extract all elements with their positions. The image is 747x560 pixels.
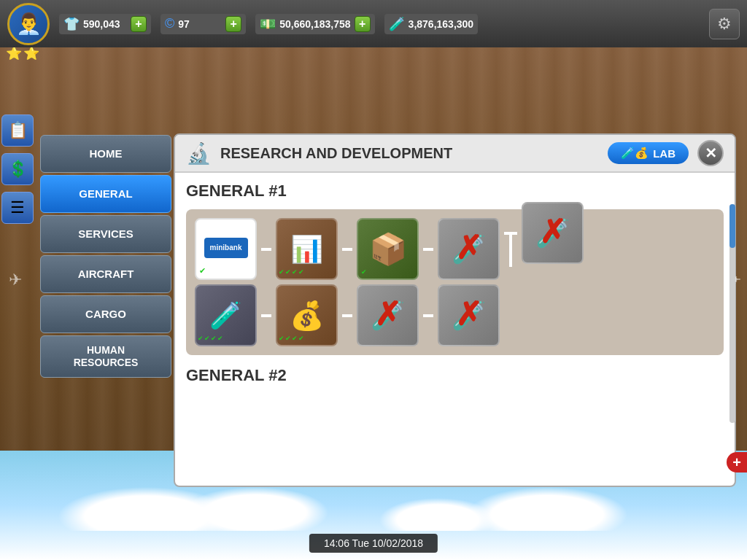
- currency-group-tshirt: 👕 590,043 +: [59, 14, 151, 34]
- connector-5: [342, 314, 352, 317]
- connector-3: [423, 248, 433, 251]
- nav-general-button[interactable]: GENERAL: [40, 175, 171, 213]
- settings-button[interactable]: ⚙: [709, 9, 740, 39]
- add-currency1-button[interactable]: +: [131, 16, 147, 32]
- top-bar: 👨‍💼 👕 590,043 + © 97 + 💵 50,660,183,758 …: [0, 0, 747, 47]
- scroll-indicator[interactable]: [729, 204, 735, 423]
- left-sidebar-icons: 📋 💲 ☰: [0, 113, 38, 225]
- scroll-thumb: [729, 204, 735, 248]
- lock-x-icon-final: ✗: [539, 215, 566, 247]
- tshirt-icon: 👕: [63, 16, 80, 32]
- currency-group-flask: 🧪 3,876,163,300: [384, 14, 479, 34]
- currency-group-coin: © 97 +: [160, 14, 246, 34]
- branch-connector: [504, 232, 517, 267]
- nav-cargo-button[interactable]: CARGO: [40, 295, 171, 333]
- nav-services-button[interactable]: SERVICES: [40, 215, 171, 253]
- nav-home-button[interactable]: HOME: [40, 135, 171, 173]
- research-grid-1: minibank ✔ 📊 ✔ ✔ ✔ ✔: [186, 209, 724, 355]
- lab-flask-icon: 🧪💰: [621, 147, 649, 160]
- nav-aircraft-button[interactable]: AIRCRAFT: [40, 255, 171, 293]
- section1-title: GENERAL #1: [186, 182, 724, 201]
- dollar-button[interactable]: 💲: [1, 153, 34, 185]
- research-item-flask-locked3[interactable]: 🧪 ✗: [438, 284, 500, 346]
- research-item-minibank[interactable]: minibank ✔: [195, 218, 257, 280]
- status-bar: 14:06 Tue 10/02/2018: [309, 534, 438, 553]
- connector-6: [423, 314, 433, 317]
- coin-icon: ©: [165, 16, 174, 31]
- lock-x-icon-3: ✗: [455, 298, 482, 330]
- lock-x-icon-1: ✗: [455, 231, 482, 263]
- avatar[interactable]: 👨‍💼: [7, 3, 50, 45]
- research-item-dollar-chart[interactable]: 💰 ✔ ✔ ✔ ✔: [276, 284, 338, 346]
- add-currency3-button[interactable]: +: [355, 16, 371, 32]
- currency2-value: 97: [178, 18, 222, 30]
- minibank-label: minibank: [210, 244, 242, 252]
- nav-panel: HOME GENERAL SERVICES AIRCRAFT CARGO HUM…: [40, 135, 171, 378]
- status-time: 14:06 Tue 10/02/2018: [324, 537, 423, 549]
- plane-left-icon: ✈: [9, 271, 22, 289]
- lab-button[interactable]: 🧪💰 LAB: [608, 142, 689, 164]
- microscope-icon: 🔬: [186, 141, 212, 166]
- connector-2: [342, 248, 352, 251]
- clipboard-icon: 📋: [8, 121, 28, 140]
- panel-title: RESEARCH AND DEVELOPMENT: [220, 145, 599, 162]
- research-item-flask-locked1[interactable]: 🧪 ✗: [438, 218, 500, 280]
- research-item-flask-final[interactable]: 🧪 ✗: [522, 202, 584, 264]
- add-currency2-button[interactable]: +: [225, 16, 241, 32]
- blue-flasks-icon: 🧪: [209, 300, 242, 331]
- research-item-chart[interactable]: 📊 ✔ ✔ ✔ ✔: [276, 218, 338, 280]
- main-panel: 🔬 RESEARCH AND DEVELOPMENT 🧪💰 LAB ✕ GENE…: [174, 133, 736, 487]
- nav-human-resources-button[interactable]: HUMANRESOURCES: [40, 335, 171, 378]
- panel-header: 🔬 RESEARCH AND DEVELOPMENT 🧪💰 LAB ✕: [175, 135, 735, 173]
- clipboard-button[interactable]: 📋: [1, 114, 34, 147]
- gear-icon: ⚙: [717, 15, 732, 34]
- dollar-icon: 💵: [260, 16, 276, 32]
- box-icon: 📦: [369, 231, 407, 267]
- lock-x-icon-2: ✗: [374, 298, 401, 330]
- currency4-value: 3,876,163,300: [409, 18, 474, 30]
- close-button[interactable]: ✕: [697, 140, 724, 166]
- stars-container: ⭐ ⭐: [6, 45, 39, 61]
- panel-content: GENERAL #1 minibank ✔ 📊: [175, 173, 735, 486]
- connector-4: [261, 314, 271, 317]
- star-1: ⭐: [6, 45, 22, 61]
- connector-1: [261, 248, 271, 251]
- chart-icon: 📊: [290, 234, 323, 265]
- research-item-cargo-box[interactable]: 📦 ✔: [357, 218, 419, 280]
- currency3-value: 50,660,183,758: [279, 18, 350, 30]
- research-item-blue-flasks[interactable]: 🧪 ✔ ✔ ✔ ✔: [195, 284, 257, 346]
- red-plus-button[interactable]: +: [727, 452, 747, 472]
- research-item-flask-locked2[interactable]: 🧪 ✗: [357, 284, 419, 346]
- currency-group-dollar: 💵 50,660,183,758 +: [255, 14, 374, 34]
- dollar-chart-icon: 💰: [290, 300, 324, 332]
- flask-icon: 🧪: [389, 16, 405, 32]
- menu-button[interactable]: ☰: [1, 192, 34, 224]
- menu-icon: ☰: [10, 198, 25, 217]
- currency1-value: 590,043: [83, 18, 127, 30]
- star-2: ⭐: [23, 45, 39, 61]
- section2-title: GENERAL #2: [186, 366, 724, 385]
- dollar-circle-icon: 💲: [8, 160, 28, 179]
